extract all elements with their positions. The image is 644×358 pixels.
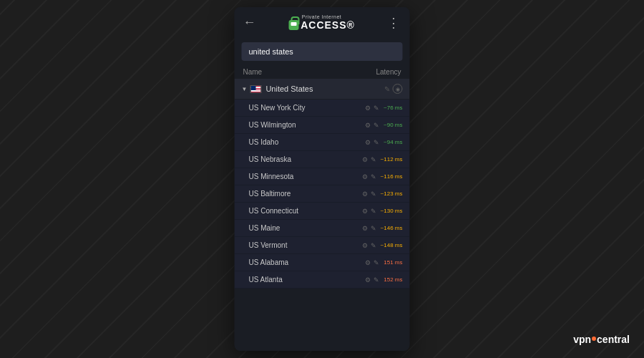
server-icons-0: ⚙ ✎ (365, 105, 381, 112)
edit-icon-10: ✎ (374, 276, 379, 284)
server-name-4: US Minnesota (249, 173, 362, 180)
server-icons-5: ⚙ ✎ (362, 190, 378, 198)
edit-icon-3: ✎ (371, 156, 376, 163)
server-row-6[interactable]: US Connecticut ⚙ ✎ ~130 ms (235, 203, 410, 220)
country-signal-icon: ◉ (393, 84, 403, 94)
vpn-text: vpn (573, 334, 591, 345)
server-row-8[interactable]: US Vermont ⚙ ✎ ~148 ms (235, 237, 410, 254)
server-name-0: US New York City (249, 104, 366, 112)
settings-icon-0: ⚙ (365, 105, 371, 112)
server-name-9: US Alabama (249, 258, 366, 266)
app-panel: ← Private Internet ACCESS® ⋮ Name Latenc… (235, 7, 410, 351)
edit-icon-1: ✎ (374, 122, 379, 129)
name-column-header: Name (243, 68, 263, 76)
edit-icon-6: ✎ (371, 208, 376, 215)
server-name-7: US Maine (249, 224, 362, 232)
app-logo: Private Internet ACCESS® (288, 14, 355, 31)
server-row-5[interactable]: US Baltimore ⚙ ✎ ~123 ms (235, 185, 410, 203)
server-icons-6: ⚙ ✎ (362, 208, 378, 215)
settings-icon-4: ⚙ (362, 173, 368, 180)
dot-icon (592, 337, 596, 341)
search-input[interactable] (242, 42, 403, 61)
edit-icon-5: ✎ (371, 190, 376, 198)
logo-top-text: Private Internet (302, 14, 341, 19)
server-row-7[interactable]: US Maine ⚙ ✎ ~146 ms (235, 220, 410, 237)
settings-icon-10: ⚙ (365, 276, 371, 284)
latency-3: ~112 ms (381, 156, 403, 163)
server-row-3[interactable]: US Nebraska ⚙ ✎ ~112 ms (235, 151, 410, 168)
latency-0: ~76 ms (384, 105, 402, 111)
edit-icon-7: ✎ (371, 225, 376, 232)
country-row-us[interactable]: ▼ United States ✎ ◉ (235, 79, 410, 100)
edit-icon-9: ✎ (374, 259, 379, 266)
server-row-4[interactable]: US Minnesota ⚙ ✎ ~116 ms (235, 168, 410, 185)
server-icons-9: ⚙ ✎ (365, 259, 381, 266)
server-name-1: US Wilmington (249, 121, 366, 129)
server-icons-2: ⚙ ✎ (365, 139, 381, 146)
central-text: central (597, 334, 630, 345)
server-row-1[interactable]: US Wilmington ⚙ ✎ ~90 ms (235, 117, 410, 134)
settings-icon-7: ⚙ (362, 225, 368, 232)
server-name-10: US Atlanta (249, 276, 366, 284)
back-button[interactable]: ← (243, 15, 256, 30)
latency-10: 152 ms (384, 276, 402, 283)
edit-icon-0: ✎ (374, 105, 379, 112)
server-list[interactable]: ▼ United States ✎ ◉ US New York City ⚙ ✎… (235, 79, 410, 351)
server-name-5: US Baltimore (249, 190, 362, 198)
vpncentral-watermark: vpn central (573, 334, 630, 345)
settings-icon-3: ⚙ (362, 156, 368, 163)
server-name-8: US Vermont (249, 241, 362, 249)
latency-2: ~94 ms (384, 139, 402, 145)
server-row-9[interactable]: US Alabama ⚙ ✎ 151 ms (235, 254, 410, 271)
country-fav-icon: ✎ (384, 85, 390, 93)
latency-9: 151 ms (384, 259, 402, 266)
server-name-2: US Idaho (249, 138, 366, 146)
header: ← Private Internet ACCESS® ⋮ (235, 7, 410, 38)
menu-button[interactable]: ⋮ (387, 15, 401, 31)
latency-column-header: Latency (376, 68, 401, 76)
server-row-2[interactable]: US Idaho ⚙ ✎ ~94 ms (235, 134, 410, 151)
server-name-3: US Nebraska (249, 155, 362, 163)
edit-icon-4: ✎ (371, 173, 376, 180)
settings-icon-5: ⚙ (362, 190, 368, 198)
server-icons-1: ⚙ ✎ (365, 122, 381, 129)
search-bar (235, 38, 410, 65)
logo-bottom-text: ACCESS® (301, 19, 355, 31)
server-icons-3: ⚙ ✎ (362, 156, 378, 163)
server-icons-7: ⚙ ✎ (362, 225, 378, 232)
settings-icon-2: ⚙ (365, 139, 371, 146)
latency-5: ~123 ms (381, 190, 403, 197)
settings-icon-8: ⚙ (362, 242, 368, 249)
latency-6: ~130 ms (381, 208, 403, 214)
server-icons-10: ⚙ ✎ (365, 276, 381, 284)
latency-8: ~148 ms (381, 242, 403, 248)
edit-icon-8: ✎ (371, 242, 376, 249)
latency-7: ~146 ms (381, 225, 403, 231)
edit-icon-2: ✎ (374, 139, 379, 146)
lock-icon (288, 20, 298, 30)
server-name-6: US Connecticut (249, 207, 362, 215)
us-flag-icon (250, 85, 261, 93)
server-icons-8: ⚙ ✎ (362, 242, 378, 249)
server-row-0[interactable]: US New York City ⚙ ✎ ~76 ms (235, 100, 410, 117)
expand-arrow-icon: ▼ (242, 86, 248, 92)
server-row-10[interactable]: US Atlanta ⚙ ✎ 152 ms (235, 271, 410, 289)
latency-1: ~90 ms (384, 122, 402, 128)
country-name-us: United States (265, 84, 384, 93)
latency-4: ~116 ms (381, 173, 403, 180)
server-icons-4: ⚙ ✎ (362, 173, 378, 180)
settings-icon-1: ⚙ (365, 122, 371, 129)
settings-icon-9: ⚙ (365, 259, 371, 266)
table-header: Name Latency (235, 65, 410, 79)
settings-icon-6: ⚙ (362, 208, 368, 215)
